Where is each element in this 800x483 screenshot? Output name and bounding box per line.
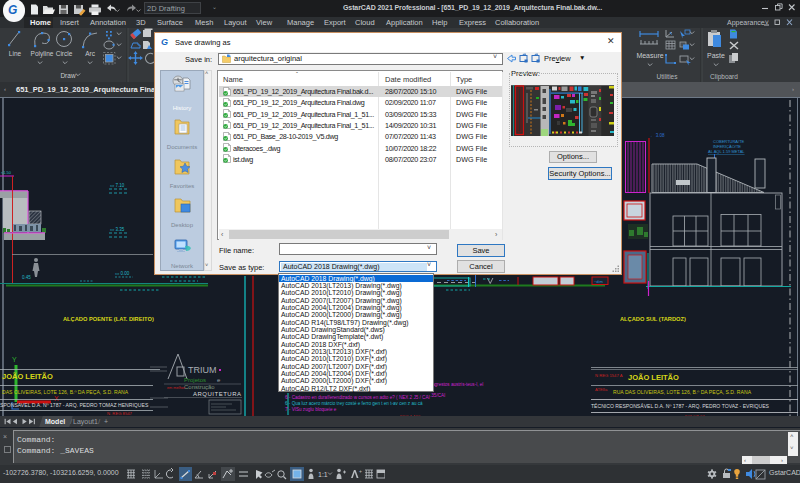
svg-text:N. REG 8547: N. REG 8547	[107, 411, 133, 416]
svg-text:1:1: 1:1	[318, 471, 328, 478]
svg-text:▭ 3.35: ▭ 3.35	[110, 227, 125, 232]
svg-text:AL AQL 1.59 METAL: AL AQL 1.59 METAL	[708, 149, 745, 154]
svg-text:ALÇADO POENTE (LAT. DIREITO): ALÇADO POENTE (LAT. DIREITO)	[63, 316, 154, 322]
svg-text:▭ 0.00: ▭ 0.00	[115, 271, 130, 276]
svg-text:SPONSAVEL D.A. Nº 1787 - ARQ.: SPONSAVEL D.A. Nº 1787 - ARQ. PEDRO TOMA…	[0, 402, 149, 408]
svg-text:X: X	[54, 395, 59, 402]
svg-text:.35/CAI: .35/CAI	[430, 393, 445, 398]
svg-text:6 - Qua luz acero márcio trey: 6 - Qua luz acero márcio trey costé e fe…	[285, 401, 423, 406]
svg-text:Measure: Measure	[636, 52, 663, 59]
svg-text:+: +	[359, 468, 362, 474]
svg-text:ATElIa: ATElIa	[595, 387, 608, 392]
svg-text:N REG 1547 A: N REG 1547 A	[595, 373, 623, 378]
svg-text:Paste: Paste	[707, 52, 725, 59]
svg-text:Y: Y	[12, 356, 17, 363]
svg-text:▭ 7.10: ▭ 7.10	[110, 183, 125, 188]
svg-text:Polyline: Polyline	[31, 50, 54, 58]
svg-text:Projetos: Projetos	[184, 377, 206, 383]
svg-text:Utilities: Utilities	[657, 73, 679, 80]
svg-text:7 - VISu zuglu bloqueie e: 7 - VISu zuglu bloqueie e	[285, 407, 337, 412]
svg-text:JOÃO LEITÃO: JOÃO LEITÃO	[2, 372, 53, 381]
svg-text:ARQUITETURA: ARQUITETURA	[193, 391, 242, 397]
svg-text:ALÇADO SUL (TARDOZ): ALÇADO SUL (TARDOZ)	[620, 316, 686, 322]
svg-text:TRIUM: TRIUM	[188, 365, 217, 375]
svg-text:~dim: ~dim	[594, 279, 603, 284]
svg-text:Clipboard: Clipboard	[710, 73, 738, 81]
svg-text:Arc: Arc	[85, 50, 96, 57]
svg-text:TÉCNICO RESPONSÁVEL D.A. Nº 17: TÉCNICO RESPONSÁVEL D.A. Nº 1787 - ARQ. …	[591, 403, 770, 409]
svg-text:Draw: Draw	[60, 72, 75, 79]
svg-text:Line: Line	[9, 50, 22, 57]
svg-text:JOÃO LEITÃO: JOÃO LEITÃO	[628, 373, 679, 382]
svg-text:agrestos austris-teus-l, el: agrestos austris-teus-l, el	[432, 382, 483, 387]
svg-text:← 3.08: ← 3.08	[650, 133, 665, 138]
svg-text:Construção: Construção	[184, 384, 215, 390]
svg-text:≈1.50: ≈1.50	[1, 170, 12, 175]
svg-text:0.45: 0.45	[22, 275, 31, 280]
svg-text:6 - Cadastro en duraf/erendiza: 6 - Cadastro en duraf/erendizado w curso…	[285, 395, 430, 400]
svg-text:em melhor: em melhor	[167, 386, 186, 390]
svg-text:RUA DAS OLIVEIRAS, LOTE 126, B: RUA DAS OLIVEIRAS, LOTE 126, B.º DA PEÇA…	[613, 389, 752, 395]
svg-text:DAS OLIVEIRAS, LOTE 126, B.º D: DAS OLIVEIRAS, LOTE 126, B.º DA PEÇA, S.…	[2, 389, 129, 395]
svg-text:Circle: Circle	[56, 50, 73, 57]
